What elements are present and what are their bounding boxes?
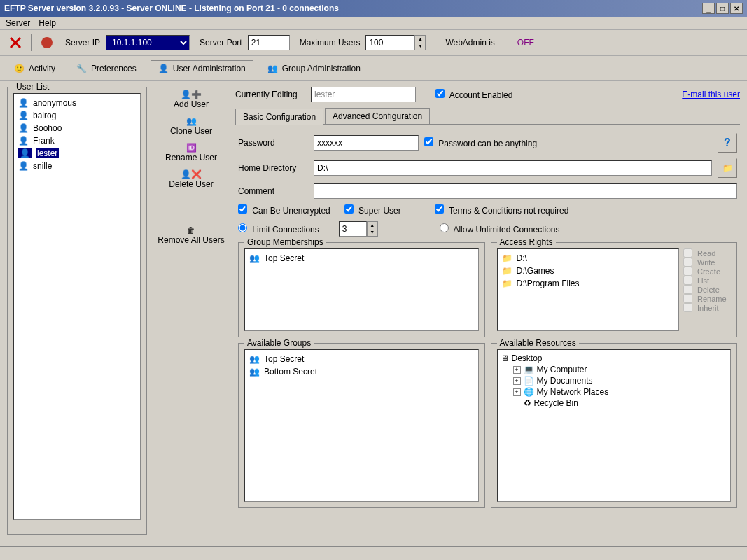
home-dir-input[interactable] bbox=[314, 160, 712, 176]
tab-user-admin[interactable]: 👤 User Administration bbox=[151, 60, 253, 76]
tree-node-network[interactable]: + 🌐 My Network Places bbox=[513, 386, 728, 398]
available-groups-panel: Available Groups 👥Top Secret 👥Bottom Sec… bbox=[238, 343, 485, 508]
menu-help[interactable]: Help bbox=[39, 18, 56, 28]
main-content: User List 👤anonymous 👤balrog 👤Boohoo 👤Fr… bbox=[0, 81, 747, 546]
rename-icon: 🆔 bbox=[186, 143, 197, 153]
password-label: Password bbox=[238, 138, 308, 148]
password-input[interactable] bbox=[314, 135, 419, 150]
group-item[interactable]: 👥Top Secret bbox=[248, 252, 475, 265]
user-list-panel: User List 👤anonymous 👤balrog 👤Boohoo 👤Fr… bbox=[7, 87, 147, 535]
clone-user-button[interactable]: 👥 Clone User bbox=[153, 115, 230, 140]
basic-config-form: Password Password can be anything ? Home… bbox=[235, 127, 740, 514]
unencrypted-label[interactable]: Can Be Unencrypted bbox=[238, 204, 330, 216]
expand-icon[interactable]: + bbox=[513, 388, 521, 396]
account-enabled-checkbox[interactable] bbox=[435, 89, 445, 98]
status-icon[interactable] bbox=[39, 34, 55, 51]
user-item-boohoo[interactable]: 👤Boohoo bbox=[15, 122, 139, 134]
user-icon: 👤 bbox=[18, 148, 32, 158]
minimize-button[interactable]: _ bbox=[702, 3, 715, 14]
unlimited-conn-radio[interactable] bbox=[440, 223, 449, 232]
group-icon: 👥 bbox=[267, 64, 278, 74]
user-actions: 👤➕ Add User 👥 Clone User 🆔 Rename User 👤… bbox=[153, 87, 230, 540]
right-create[interactable]: Create bbox=[683, 267, 731, 276]
tree-node-my-documents[interactable]: + 📄 My Documents bbox=[513, 375, 728, 386]
tree-node-desktop[interactable]: 🖥 Desktop bbox=[501, 353, 728, 364]
group-memberships-list[interactable]: 👥Top Secret bbox=[244, 248, 479, 331]
max-users-spinner[interactable]: ▲▼ bbox=[414, 35, 426, 50]
group-memberships-legend: Group Memberships bbox=[244, 237, 326, 247]
user-item-frank[interactable]: 👤Frank bbox=[15, 134, 139, 147]
expand-icon[interactable]: + bbox=[513, 377, 521, 385]
max-users-label: Maximum Users bbox=[300, 38, 361, 48]
currently-editing-input[interactable] bbox=[311, 87, 416, 102]
resources-tree[interactable]: 🖥 Desktop + 💻 My Computer + bbox=[497, 349, 732, 502]
documents-icon: 📄 bbox=[524, 376, 534, 386]
right-list[interactable]: List bbox=[683, 276, 731, 285]
limit-conn-radio[interactable] bbox=[238, 223, 247, 232]
delete-user-button[interactable]: 👤❌ Delete User bbox=[153, 168, 230, 193]
remove-all-icon: 🗑 bbox=[187, 225, 195, 235]
tab-preferences[interactable]: 🔧 Preferences bbox=[69, 60, 144, 76]
computer-icon: 💻 bbox=[524, 365, 534, 374]
group-item[interactable]: 👥Top Secret bbox=[248, 353, 475, 365]
email-user-link[interactable]: E-mail this user bbox=[682, 90, 740, 99]
terms-checkbox[interactable] bbox=[435, 204, 444, 214]
user-item-snille[interactable]: 👤snille bbox=[15, 160, 139, 172]
path-item[interactable]: 📁D:\Program Files bbox=[501, 277, 676, 290]
currently-editing-label: Currently Editing bbox=[235, 90, 305, 99]
webadmin-status: OFF bbox=[517, 38, 534, 48]
max-users-input[interactable] bbox=[365, 35, 414, 50]
user-item-anonymous[interactable]: 👤anonymous bbox=[15, 97, 139, 109]
limit-conn-input[interactable] bbox=[339, 221, 367, 237]
close-button[interactable]: ✕ bbox=[730, 3, 743, 14]
user-icon: 👤 bbox=[158, 64, 169, 74]
available-groups-list[interactable]: 👥Top Secret 👥Bottom Secret bbox=[244, 349, 479, 502]
path-item[interactable]: 📁D:\Games bbox=[501, 265, 676, 277]
tab-advanced-config[interactable]: Advanced Configuration bbox=[325, 108, 430, 124]
terms-label[interactable]: Terms & Conditions not required bbox=[435, 204, 569, 216]
tab-activity[interactable]: 🙂 Activity bbox=[7, 60, 62, 76]
account-enabled-checkbox-label[interactable]: Account Enabled bbox=[435, 89, 512, 100]
super-user-checkbox[interactable] bbox=[344, 204, 354, 214]
folder-icon: 📁 bbox=[502, 266, 512, 276]
browse-button[interactable]: 📁 bbox=[718, 158, 737, 178]
right-inherit[interactable]: Inherit bbox=[683, 303, 731, 312]
user-icon: 👤 bbox=[18, 161, 29, 171]
tree-node-my-computer[interactable]: + 💻 My Computer bbox=[513, 364, 728, 375]
tab-group-admin[interactable]: 👥 Group Administration bbox=[260, 60, 368, 76]
user-edit-pane: Currently Editing Account Enabled E-mail… bbox=[235, 87, 740, 540]
limit-conn-label[interactable]: Limit Connections bbox=[238, 223, 319, 234]
limit-conn-spinner[interactable]: ▲▼ bbox=[367, 221, 378, 237]
tree-node-recycle-bin[interactable]: ♻ Recycle Bin bbox=[513, 398, 728, 409]
user-item-lester[interactable]: 👤lester bbox=[15, 147, 139, 160]
unlimited-conn-label[interactable]: Allow Unlimited Connections bbox=[440, 223, 560, 234]
remove-all-users-button[interactable]: 🗑 Remove All Users bbox=[153, 224, 230, 249]
expand-icon[interactable]: + bbox=[513, 366, 521, 374]
right-delete[interactable]: Delete bbox=[683, 285, 731, 294]
password-anything-label[interactable]: Password can be anything bbox=[424, 137, 537, 148]
help-button[interactable]: ? bbox=[718, 133, 737, 153]
right-write[interactable]: Write bbox=[683, 258, 731, 267]
rename-user-button[interactable]: 🆔 Rename User bbox=[153, 141, 230, 167]
unencrypted-checkbox[interactable] bbox=[238, 204, 247, 214]
user-list[interactable]: 👤anonymous 👤balrog 👤Boohoo 👤Frank 👤leste… bbox=[13, 93, 141, 520]
server-ip-select[interactable]: 10.1.1.100 bbox=[106, 35, 190, 50]
group-item[interactable]: 👥Bottom Secret bbox=[248, 365, 475, 378]
right-rename[interactable]: Rename bbox=[683, 294, 731, 303]
password-anything-checkbox[interactable] bbox=[424, 137, 433, 146]
delete-icon[interactable] bbox=[7, 34, 24, 51]
server-port-input[interactable] bbox=[248, 35, 290, 50]
super-user-label[interactable]: Super User bbox=[344, 204, 401, 216]
titlebar: EFTP Server version 3.2.0.93 - Server ON… bbox=[0, 0, 747, 17]
access-paths-list[interactable]: 📁D:\ 📁D:\Games 📁D:\Program Files bbox=[497, 248, 680, 331]
right-read[interactable]: Read bbox=[683, 248, 731, 258]
user-item-balrog[interactable]: 👤balrog bbox=[15, 109, 139, 122]
comment-input[interactable] bbox=[314, 183, 737, 199]
user-icon: 👤 bbox=[18, 111, 29, 120]
folder-icon: 📁 bbox=[502, 253, 512, 263]
tab-basic-config[interactable]: Basic Configuration bbox=[235, 108, 323, 125]
menu-server[interactable]: Server bbox=[6, 18, 30, 28]
path-item[interactable]: 📁D:\ bbox=[501, 252, 676, 265]
maximize-button[interactable]: □ bbox=[716, 3, 729, 14]
add-user-button[interactable]: 👤➕ Add User bbox=[153, 88, 230, 113]
